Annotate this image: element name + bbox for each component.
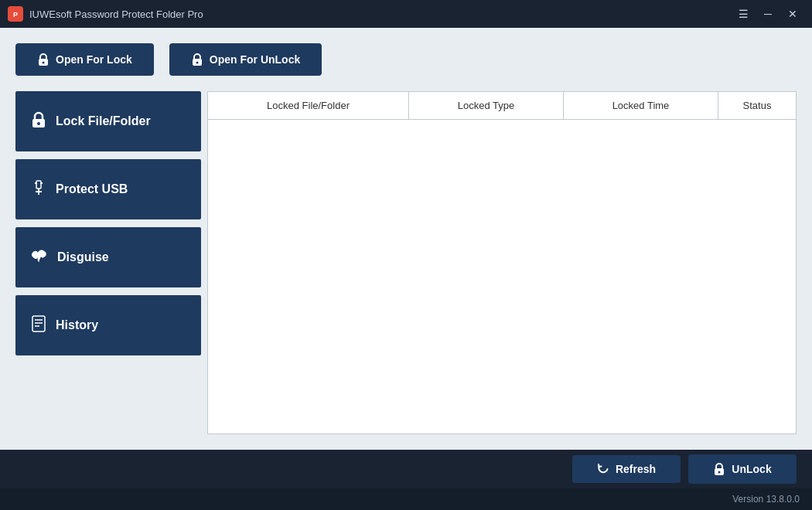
svg-text:P: P bbox=[13, 11, 18, 19]
close-button[interactable]: ✕ bbox=[781, 5, 804, 23]
svg-rect-8 bbox=[36, 181, 41, 189]
sidebar-item-protect-usb[interactable]: Protect USB bbox=[15, 159, 201, 219]
open-for-lock-button[interactable]: Open For Lock bbox=[15, 43, 154, 76]
content-row: Lock File/Folder Protect USB bbox=[15, 91, 797, 434]
lock-file-folder-icon bbox=[31, 111, 46, 132]
sidebar-label-lock-file-folder: Lock File/Folder bbox=[56, 114, 151, 128]
column-locked-file-folder: Locked File/Folder bbox=[208, 92, 409, 119]
sidebar-label-disguise: Disguise bbox=[57, 250, 109, 264]
svg-rect-11 bbox=[35, 182, 37, 184]
version-text: Version 13.8.0.0 bbox=[732, 494, 800, 505]
minimize-button[interactable]: ─ bbox=[756, 5, 780, 23]
sidebar-item-disguise[interactable]: Disguise bbox=[15, 227, 201, 287]
top-buttons: Open For Lock Open For UnLock bbox=[15, 43, 797, 76]
disguise-icon bbox=[31, 249, 48, 267]
title-bar: P IUWEsoft Password Protect Folder Pro ☰… bbox=[0, 0, 812, 28]
table-area: Locked File/Folder Locked Type Locked Ti… bbox=[207, 91, 797, 434]
svg-rect-13 bbox=[32, 316, 45, 332]
sidebar-label-protect-usb: Protect USB bbox=[56, 182, 128, 196]
version-bar: Version 13.8.0.0 bbox=[0, 488, 812, 510]
open-for-unlock-button[interactable]: Open For UnLock bbox=[169, 43, 322, 76]
svg-point-7 bbox=[37, 122, 40, 125]
sidebar-label-history: History bbox=[56, 318, 98, 332]
unlock-button[interactable]: UnLock bbox=[688, 454, 797, 484]
svg-point-3 bbox=[43, 62, 45, 64]
usb-icon bbox=[31, 179, 46, 200]
sidebar-item-lock-file-folder[interactable]: Lock File/Folder bbox=[15, 91, 201, 151]
table-header: Locked File/Folder Locked Type Locked Ti… bbox=[208, 92, 796, 120]
unlock-lock-icon bbox=[191, 53, 203, 66]
svg-rect-12 bbox=[40, 182, 43, 184]
app-title: IUWEsoft Password Protect Folder Pro bbox=[29, 8, 203, 20]
refresh-icon bbox=[597, 463, 609, 475]
column-status: Status bbox=[718, 92, 796, 119]
lock-icon bbox=[37, 53, 49, 66]
refresh-button[interactable]: Refresh bbox=[572, 455, 681, 483]
bottom-bar: Refresh UnLock bbox=[0, 450, 812, 488]
window-controls: ☰ ─ ✕ bbox=[732, 5, 804, 23]
menu-button[interactable]: ☰ bbox=[732, 5, 755, 23]
title-bar-left: P IUWEsoft Password Protect Folder Pro bbox=[8, 6, 203, 22]
sidebar: Lock File/Folder Protect USB bbox=[15, 91, 201, 434]
app-icon: P bbox=[8, 6, 23, 22]
column-locked-type: Locked Type bbox=[409, 92, 564, 119]
column-locked-time: Locked Time bbox=[564, 92, 718, 119]
main-content: Open For Lock Open For UnLock bbox=[0, 28, 812, 450]
history-icon bbox=[31, 315, 46, 336]
unlock-icon bbox=[713, 462, 725, 476]
svg-point-18 bbox=[718, 471, 721, 474]
svg-point-5 bbox=[196, 62, 198, 64]
table-body bbox=[208, 120, 796, 434]
sidebar-item-history[interactable]: History bbox=[15, 295, 201, 355]
